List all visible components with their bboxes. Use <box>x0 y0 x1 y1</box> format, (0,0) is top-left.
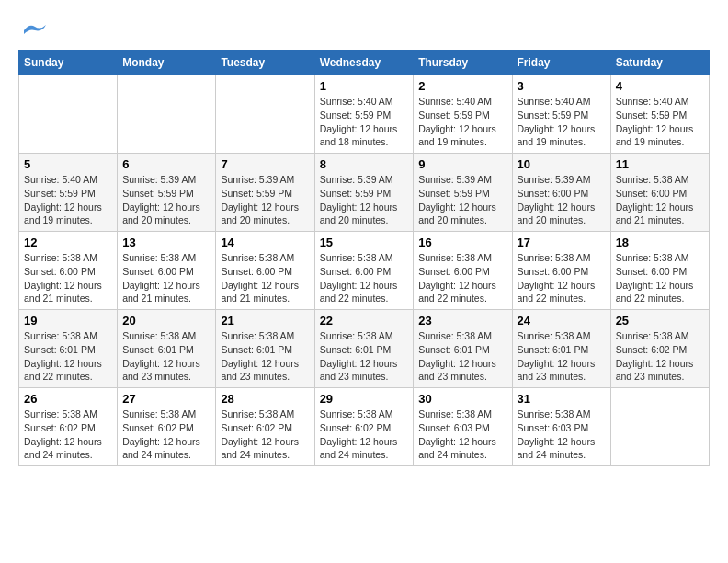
weekday-header-row: SundayMondayTuesdayWednesdayThursdayFrid… <box>19 51 710 75</box>
calendar-day-cell: 10Sunrise: 5:39 AM Sunset: 6:00 PM Dayli… <box>512 154 610 232</box>
weekday-header-tuesday: Tuesday <box>216 51 314 75</box>
calendar-day-cell: 26Sunrise: 5:38 AM Sunset: 6:02 PM Dayli… <box>19 388 118 466</box>
empty-cell <box>19 75 118 154</box>
day-info: Sunrise: 5:38 AM Sunset: 6:02 PM Dayligh… <box>221 408 309 462</box>
day-info: Sunrise: 5:40 AM Sunset: 5:59 PM Dayligh… <box>24 173 112 227</box>
day-number: 21 <box>221 314 309 327</box>
calendar-day-cell: 25Sunrise: 5:38 AM Sunset: 6:02 PM Dayli… <box>610 310 709 388</box>
weekday-header-monday: Monday <box>118 51 216 75</box>
calendar-day-cell: 1Sunrise: 5:40 AM Sunset: 5:59 PM Daylig… <box>314 75 414 154</box>
empty-cell <box>216 75 314 154</box>
day-number: 14 <box>221 236 309 249</box>
calendar-day-cell: 18Sunrise: 5:38 AM Sunset: 6:00 PM Dayli… <box>610 232 709 310</box>
calendar-week-row: 12Sunrise: 5:38 AM Sunset: 6:00 PM Dayli… <box>19 232 710 310</box>
day-info: Sunrise: 5:38 AM Sunset: 6:00 PM Dayligh… <box>616 173 704 227</box>
day-number: 6 <box>122 157 210 171</box>
calendar-day-cell: 24Sunrise: 5:38 AM Sunset: 6:01 PM Dayli… <box>512 310 610 388</box>
day-number: 12 <box>24 236 112 249</box>
day-number: 31 <box>518 392 606 406</box>
day-info: Sunrise: 5:40 AM Sunset: 5:59 PM Dayligh… <box>616 95 704 149</box>
calendar-day-cell: 9Sunrise: 5:39 AM Sunset: 5:59 PM Daylig… <box>414 154 512 232</box>
day-number: 30 <box>418 392 506 406</box>
weekday-header-saturday: Saturday <box>610 51 709 75</box>
day-number: 23 <box>418 314 506 327</box>
day-info: Sunrise: 5:39 AM Sunset: 5:59 PM Dayligh… <box>221 173 309 227</box>
calendar-day-cell: 6Sunrise: 5:39 AM Sunset: 5:59 PM Daylig… <box>118 154 216 232</box>
weekday-header-thursday: Thursday <box>414 51 512 75</box>
calendar-day-cell: 30Sunrise: 5:38 AM Sunset: 6:03 PM Dayli… <box>414 388 512 466</box>
day-info: Sunrise: 5:38 AM Sunset: 6:02 PM Dayligh… <box>24 408 112 462</box>
day-info: Sunrise: 5:38 AM Sunset: 6:02 PM Dayligh… <box>320 408 409 462</box>
day-info: Sunrise: 5:38 AM Sunset: 6:01 PM Dayligh… <box>221 329 309 384</box>
day-number: 16 <box>418 236 506 249</box>
day-info: Sunrise: 5:38 AM Sunset: 6:02 PM Dayligh… <box>616 329 704 384</box>
day-info: Sunrise: 5:40 AM Sunset: 5:59 PM Dayligh… <box>418 95 506 149</box>
day-number: 2 <box>418 79 506 93</box>
day-number: 18 <box>616 236 704 249</box>
day-number: 13 <box>122 236 210 249</box>
day-number: 26 <box>24 392 112 406</box>
day-info: Sunrise: 5:38 AM Sunset: 6:01 PM Dayligh… <box>24 329 112 384</box>
day-number: 8 <box>320 157 409 171</box>
calendar-table: SundayMondayTuesdayWednesdayThursdayFrid… <box>18 50 710 466</box>
day-info: Sunrise: 5:38 AM Sunset: 6:01 PM Dayligh… <box>418 329 506 384</box>
calendar-day-cell: 31Sunrise: 5:38 AM Sunset: 6:03 PM Dayli… <box>512 388 610 466</box>
calendar-day-cell: 2Sunrise: 5:40 AM Sunset: 5:59 PM Daylig… <box>414 75 512 154</box>
day-number: 7 <box>221 157 309 171</box>
calendar-day-cell: 7Sunrise: 5:39 AM Sunset: 5:59 PM Daylig… <box>216 154 314 232</box>
day-number: 15 <box>320 236 409 249</box>
day-info: Sunrise: 5:38 AM Sunset: 6:00 PM Dayligh… <box>24 251 112 305</box>
calendar-day-cell: 19Sunrise: 5:38 AM Sunset: 6:01 PM Dayli… <box>19 310 118 388</box>
calendar-day-cell: 3Sunrise: 5:40 AM Sunset: 5:59 PM Daylig… <box>512 75 610 154</box>
calendar-day-cell: 14Sunrise: 5:38 AM Sunset: 6:00 PM Dayli… <box>216 232 314 310</box>
calendar-day-cell: 22Sunrise: 5:38 AM Sunset: 6:01 PM Dayli… <box>314 310 414 388</box>
weekday-header-wednesday: Wednesday <box>314 51 414 75</box>
day-info: Sunrise: 5:38 AM Sunset: 6:00 PM Dayligh… <box>122 251 210 305</box>
calendar-day-cell: 21Sunrise: 5:38 AM Sunset: 6:01 PM Dayli… <box>216 310 314 388</box>
day-info: Sunrise: 5:38 AM Sunset: 6:00 PM Dayligh… <box>518 251 606 305</box>
day-info: Sunrise: 5:38 AM Sunset: 6:00 PM Dayligh… <box>616 251 704 305</box>
calendar-day-cell: 5Sunrise: 5:40 AM Sunset: 5:59 PM Daylig… <box>19 154 118 232</box>
day-info: Sunrise: 5:38 AM Sunset: 6:00 PM Dayligh… <box>320 251 409 305</box>
logo <box>18 18 48 40</box>
calendar-day-cell: 12Sunrise: 5:38 AM Sunset: 6:00 PM Dayli… <box>19 232 118 310</box>
day-info: Sunrise: 5:38 AM Sunset: 6:01 PM Dayligh… <box>518 329 606 384</box>
day-number: 28 <box>221 392 309 406</box>
calendar-week-row: 19Sunrise: 5:38 AM Sunset: 6:01 PM Dayli… <box>19 310 710 388</box>
day-info: Sunrise: 5:38 AM Sunset: 6:00 PM Dayligh… <box>418 251 506 305</box>
day-number: 10 <box>518 157 606 171</box>
calendar-week-row: 5Sunrise: 5:40 AM Sunset: 5:59 PM Daylig… <box>19 154 710 232</box>
calendar-day-cell: 17Sunrise: 5:38 AM Sunset: 6:00 PM Dayli… <box>512 232 610 310</box>
day-info: Sunrise: 5:38 AM Sunset: 6:00 PM Dayligh… <box>221 251 309 305</box>
day-info: Sunrise: 5:40 AM Sunset: 5:59 PM Dayligh… <box>320 95 409 149</box>
day-number: 17 <box>518 236 606 249</box>
page-header <box>18 18 710 40</box>
day-info: Sunrise: 5:39 AM Sunset: 5:59 PM Dayligh… <box>418 173 506 227</box>
day-number: 20 <box>122 314 210 327</box>
day-number: 5 <box>24 157 112 171</box>
day-info: Sunrise: 5:38 AM Sunset: 6:03 PM Dayligh… <box>418 408 506 462</box>
day-number: 19 <box>24 314 112 327</box>
logo-text <box>18 18 48 40</box>
weekday-header-friday: Friday <box>512 51 610 75</box>
calendar-day-cell: 15Sunrise: 5:38 AM Sunset: 6:00 PM Dayli… <box>314 232 414 310</box>
calendar-week-row: 26Sunrise: 5:38 AM Sunset: 6:02 PM Dayli… <box>19 388 710 466</box>
day-info: Sunrise: 5:38 AM Sunset: 6:01 PM Dayligh… <box>320 329 409 384</box>
day-info: Sunrise: 5:40 AM Sunset: 5:59 PM Dayligh… <box>518 95 606 149</box>
calendar-day-cell: 20Sunrise: 5:38 AM Sunset: 6:01 PM Dayli… <box>118 310 216 388</box>
calendar-day-cell: 4Sunrise: 5:40 AM Sunset: 5:59 PM Daylig… <box>610 75 709 154</box>
day-number: 25 <box>616 314 704 327</box>
day-number: 3 <box>518 79 606 93</box>
calendar-day-cell: 11Sunrise: 5:38 AM Sunset: 6:00 PM Dayli… <box>610 154 709 232</box>
day-info: Sunrise: 5:39 AM Sunset: 6:00 PM Dayligh… <box>518 173 606 227</box>
calendar-day-cell: 16Sunrise: 5:38 AM Sunset: 6:00 PM Dayli… <box>414 232 512 310</box>
day-info: Sunrise: 5:38 AM Sunset: 6:01 PM Dayligh… <box>122 329 210 384</box>
calendar-day-cell: 13Sunrise: 5:38 AM Sunset: 6:00 PM Dayli… <box>118 232 216 310</box>
calendar-day-cell: 29Sunrise: 5:38 AM Sunset: 6:02 PM Dayli… <box>314 388 414 466</box>
day-number: 9 <box>418 157 506 171</box>
day-number: 24 <box>518 314 606 327</box>
calendar-day-cell: 27Sunrise: 5:38 AM Sunset: 6:02 PM Dayli… <box>118 388 216 466</box>
weekday-header-sunday: Sunday <box>19 51 118 75</box>
day-info: Sunrise: 5:38 AM Sunset: 6:03 PM Dayligh… <box>518 408 606 462</box>
day-number: 11 <box>616 157 704 171</box>
